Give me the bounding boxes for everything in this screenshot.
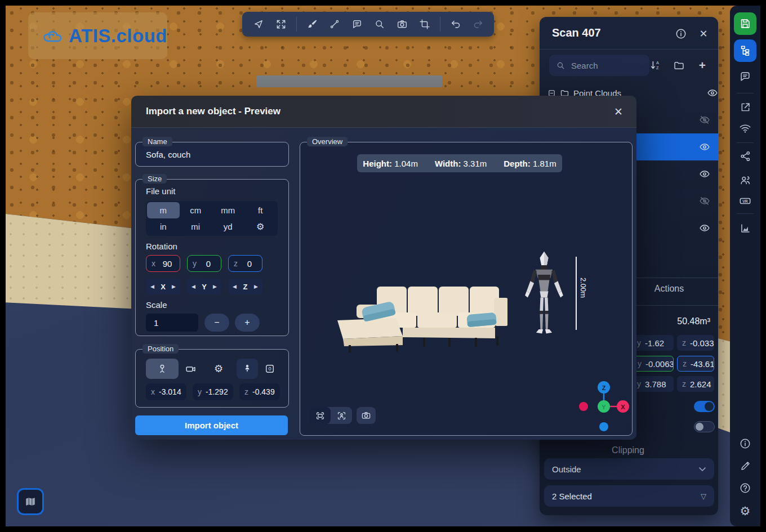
settings-button[interactable]: ⚙ (734, 499, 756, 522)
model-tree-button[interactable] (734, 39, 756, 62)
step-right-icon[interactable]: ▶ (213, 284, 217, 289)
clipping-selection-dropdown[interactable]: 2 Selected ▽ (544, 485, 714, 507)
size-label: Size (142, 174, 167, 184)
name-input[interactable] (136, 142, 288, 166)
panel-close-icon[interactable]: ✕ (696, 26, 711, 41)
unit-mi[interactable]: mi (180, 218, 212, 235)
step-right-icon[interactable]: ▶ (254, 284, 258, 289)
brush-tool-button[interactable] (301, 12, 323, 37)
svg-text:VR: VR (742, 199, 748, 203)
human-scale-figure (516, 248, 572, 338)
sort-icon[interactable]: AZ (648, 58, 663, 73)
position-settings-button[interactable]: ⚙ (208, 359, 229, 379)
position-pin-button[interactable] (146, 359, 179, 379)
coord-y-field-green[interactable]: y-0.00634 (632, 356, 674, 372)
users-button[interactable] (734, 169, 756, 191)
share-button[interactable] (734, 145, 756, 167)
undo-button[interactable] (444, 12, 467, 37)
rotate-y-stepper[interactable]: ◀Y▶ (187, 279, 221, 294)
comment-tool-button[interactable] (346, 12, 368, 37)
rotate-x-stepper[interactable]: ◀X▶ (146, 279, 180, 294)
fullscreen-tool-button[interactable] (270, 12, 292, 37)
toggle-on[interactable] (694, 401, 715, 412)
help-button[interactable] (734, 477, 756, 499)
search-tool-button[interactable] (368, 12, 391, 37)
coord-y-field[interactable]: y-1.62 (632, 335, 674, 351)
frame-view-icon[interactable] (309, 407, 331, 424)
vr-button[interactable]: VR (734, 190, 756, 212)
measure-tool-button[interactable] (323, 12, 346, 37)
gizmo-neg-x[interactable] (579, 402, 588, 411)
search-input[interactable] (549, 55, 649, 76)
logo-watermark: ATIS.cloud (28, 12, 167, 59)
search-field[interactable] (570, 60, 634, 71)
step-left-icon[interactable]: ◀ (233, 284, 237, 289)
scale-input[interactable] (146, 314, 198, 332)
visibility-eye-icon[interactable] (697, 167, 712, 181)
coord-z-field[interactable]: z2.624 (677, 376, 714, 392)
viewport-3d[interactable]: ATIS.cloud Scan 407 ✕ AZ + Po (6, 6, 760, 526)
redo-button[interactable] (467, 12, 489, 37)
rotation-z-field[interactable]: z0 (228, 255, 262, 272)
video-camera-icon (185, 363, 197, 375)
position-label: Position (142, 344, 179, 354)
rotation-y-field[interactable]: y0 (187, 255, 221, 272)
clipping-mode-dropdown[interactable]: Outside (544, 458, 714, 480)
visibility-eye-off-icon[interactable] (697, 194, 712, 208)
unit-ft[interactable]: ft (244, 202, 277, 218)
visibility-eye-icon[interactable] (697, 140, 712, 154)
add-icon[interactable]: + (695, 58, 710, 73)
step-left-icon[interactable]: ◀ (150, 284, 154, 289)
comments-button[interactable] (734, 65, 756, 88)
info-icon[interactable] (674, 26, 688, 41)
rotate-z-stepper[interactable]: ◀Z▶ (228, 279, 262, 294)
screenshot-tool-button[interactable] (391, 12, 413, 37)
tab-actions[interactable]: Actions (624, 284, 714, 294)
unit-settings-gear-icon[interactable]: ⚙ (244, 218, 277, 235)
navigate-tool-button[interactable] (247, 12, 270, 37)
snapshot-button[interactable] (357, 407, 376, 424)
info-button[interactable] (734, 432, 756, 455)
coord-y-field[interactable]: y3.788 (632, 376, 674, 392)
rotation-x-field[interactable]: x90 (146, 255, 180, 272)
scale-decrease-button[interactable]: − (204, 314, 229, 332)
step-right-icon[interactable]: ▶ (172, 284, 176, 289)
file-unit-selector: m cm mm ft in mi yd ⚙ (146, 201, 278, 236)
human-scale-view-icon[interactable] (331, 407, 352, 424)
coord-z-field[interactable]: z-0.033 (677, 335, 714, 351)
visibility-eye-icon[interactable] (705, 86, 720, 100)
modal-header: Import a new object - Preview ✕ (131, 96, 636, 127)
scale-increase-button[interactable]: + (235, 314, 260, 332)
position-y-field[interactable]: y-1.292 (193, 383, 233, 400)
edit-button[interactable] (734, 454, 756, 477)
position-x-field[interactable]: x-3.014 (146, 383, 186, 400)
unit-mm[interactable]: mm (212, 202, 244, 218)
coord-z-field-blue[interactable]: z-43.6115 (677, 356, 714, 372)
axis-gizmo[interactable]: Z X Y (573, 375, 635, 437)
stats-button[interactable] (734, 217, 756, 239)
dropdown-value: 2 Selected (552, 491, 592, 501)
position-z-field[interactable]: z-0.439 (239, 383, 280, 400)
unit-cm[interactable]: cm (180, 202, 212, 218)
crop-tool-button[interactable] (413, 12, 436, 37)
unit-m[interactable]: m (147, 202, 180, 218)
step-left-icon[interactable]: ◀ (192, 284, 195, 289)
import-object-button[interactable]: Import object (135, 415, 288, 435)
toggle-off[interactable] (694, 421, 715, 432)
position-camera-button[interactable] (180, 359, 201, 379)
visibility-eye-off-icon[interactable] (697, 113, 712, 127)
modal-close-icon[interactable]: ✕ (614, 105, 623, 118)
open-external-button[interactable] (734, 96, 756, 118)
person-pin-icon (242, 363, 253, 374)
position-zero-button[interactable]: 0 (261, 359, 279, 379)
overview-label: Overview (307, 137, 348, 146)
folder-icon[interactable] (671, 58, 686, 73)
position-person-button[interactable] (237, 359, 258, 379)
unit-in[interactable]: in (147, 218, 180, 235)
wifi-button[interactable] (734, 117, 756, 140)
unit-yd[interactable]: yd (212, 218, 244, 235)
minimap-button[interactable] (17, 488, 44, 515)
save-button[interactable] (734, 12, 756, 35)
gizmo-neg-z[interactable] (599, 422, 608, 431)
visibility-eye-icon[interactable] (697, 221, 712, 235)
